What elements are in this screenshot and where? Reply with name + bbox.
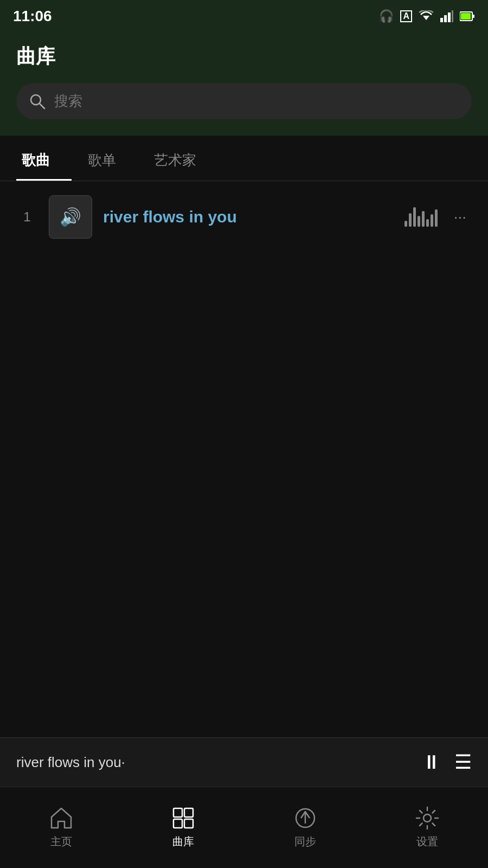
tab-playlists[interactable]: 歌单: [82, 136, 138, 181]
signal-icon: [440, 10, 453, 22]
svg-rect-3: [448, 12, 451, 22]
library-icon: [171, 806, 195, 830]
tab-songs[interactable]: 歌曲: [16, 136, 72, 181]
search-input[interactable]: [54, 93, 459, 110]
svg-line-9: [40, 104, 44, 108]
search-icon: [29, 93, 46, 110]
svg-rect-1: [440, 18, 443, 22]
tabs: 歌曲 歌单 艺术家: [0, 136, 488, 181]
status-icons: 🎧 A: [379, 9, 475, 23]
nav-label-home: 主页: [50, 834, 72, 849]
search-bar[interactable]: [16, 83, 472, 119]
header: 曲库: [0, 33, 488, 136]
nav-item-home[interactable]: 主页: [38, 801, 84, 854]
svg-point-16: [423, 814, 431, 822]
svg-rect-11: [184, 808, 193, 817]
nav-item-sync[interactable]: 同步: [282, 801, 328, 854]
nav-label-sync: 同步: [294, 834, 316, 849]
waveform-icon: [404, 207, 438, 227]
speaker-icon: 🔊: [60, 207, 81, 227]
bottom-nav: 主页 曲库 同步: [0, 787, 488, 868]
now-playing-title: river flows in you·: [16, 754, 125, 771]
wifi-icon: [419, 10, 434, 22]
page-title: 曲库: [16, 43, 472, 70]
svg-rect-6: [472, 15, 474, 18]
svg-rect-4: [452, 10, 453, 22]
status-bar: 11:06 🎧 A: [0, 0, 488, 33]
settings-icon: [415, 806, 439, 830]
sync-icon: [293, 806, 317, 830]
status-time: 11:06: [13, 8, 52, 25]
table-row[interactable]: 1 🔊 river flows in you ···: [0, 187, 488, 247]
song-number: 1: [16, 209, 38, 225]
home-icon: [49, 806, 73, 830]
svg-rect-13: [184, 819, 193, 828]
nav-item-library[interactable]: 曲库: [160, 801, 206, 854]
now-playing-controls: ⏸ ☰: [422, 751, 472, 774]
pause-button[interactable]: ⏸: [422, 751, 441, 774]
song-thumbnail: 🔊: [49, 195, 92, 239]
song-title: river flows in you: [103, 208, 394, 226]
svg-rect-7: [461, 13, 471, 20]
svg-marker-0: [423, 16, 429, 20]
svg-rect-2: [444, 15, 447, 22]
nav-label-settings: 设置: [416, 834, 438, 849]
svg-rect-12: [174, 819, 182, 828]
now-playing-bar[interactable]: river flows in you· ⏸ ☰: [0, 737, 488, 787]
headphones-icon: 🎧: [379, 9, 394, 23]
more-options-button[interactable]: ···: [448, 203, 472, 231]
song-list: 1 🔊 river flows in you ···: [0, 181, 488, 253]
queue-button[interactable]: ☰: [454, 751, 472, 774]
text-icon: A: [400, 10, 412, 22]
battery-icon: [460, 11, 475, 22]
nav-item-settings[interactable]: 设置: [404, 801, 450, 854]
svg-rect-10: [174, 808, 182, 817]
nav-label-library: 曲库: [172, 834, 194, 849]
tab-artists[interactable]: 艺术家: [149, 136, 218, 181]
